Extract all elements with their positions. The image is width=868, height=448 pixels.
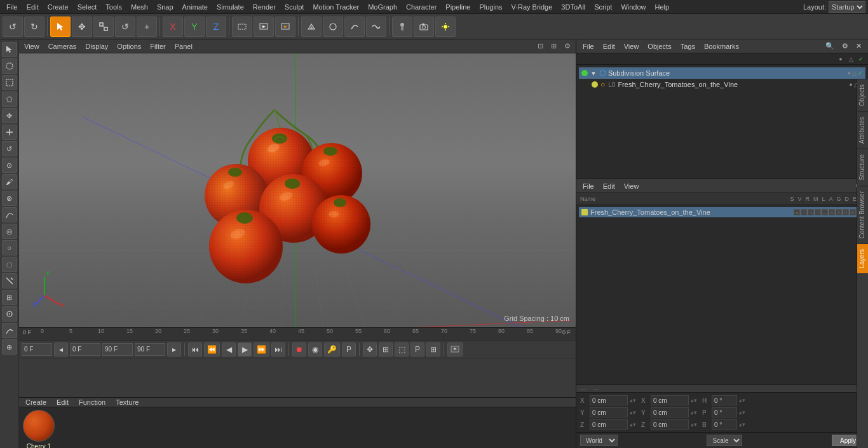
obj-vis-icon[interactable]: ● — [848, 70, 851, 76]
coord-b-input[interactable] — [712, 419, 737, 430]
menu-snap[interactable]: Snap — [153, 2, 177, 12]
viewport-options-btn[interactable]: Options — [114, 42, 144, 51]
viewport-display-btn[interactable]: Display — [83, 42, 111, 51]
coord-z-arrow[interactable]: ▴▾ — [630, 421, 636, 428]
redo-button[interactable]: ↻ — [24, 17, 44, 37]
material-texture-btn[interactable]: Texture — [113, 398, 141, 407]
menu-mesh[interactable]: Mesh — [127, 2, 152, 12]
undo-button[interactable]: ↺ — [3, 17, 23, 37]
preview-btn[interactable]: P — [342, 343, 356, 356]
coord-z2-arrow[interactable]: ▴▾ — [691, 421, 697, 428]
obj-row-subdivision[interactable]: ▼ ⬡ Subdivision Surface ● △ ✓ — [579, 67, 865, 79]
obj-settings-icon[interactable]: ⚙ — [839, 41, 851, 51]
lt-move-btn[interactable]: ✥ — [2, 108, 17, 123]
layer-v-icon[interactable]: ○ — [801, 209, 807, 215]
lt-paint-btn[interactable]: 🖌 — [2, 174, 17, 189]
lt-live-select-btn[interactable] — [2, 58, 17, 74]
step-fwd-btn[interactable]: ⏩ — [254, 343, 269, 356]
coord-h-arrow[interactable]: ▴▾ — [739, 397, 745, 404]
timeline-ruler[interactable]: 0 F 0 5 10 15 20 25 30 35 40 45 50 55 60… — [19, 328, 576, 341]
material-function-btn[interactable]: Function — [76, 398, 108, 407]
grid-tc-btn[interactable]: ⊞ — [426, 343, 440, 356]
go-end-btn[interactable]: ⏭ — [271, 343, 285, 356]
lt-spline-btn[interactable] — [2, 323, 17, 338]
menu-file[interactable]: File — [3, 2, 22, 12]
menu-motiontracker[interactable]: Motion Tracker — [309, 2, 363, 12]
world-dropdown[interactable]: World Object — [580, 435, 618, 446]
lt-measure-btn[interactable]: ⊕ — [2, 339, 17, 355]
lt-floor-btn[interactable]: ⊞ — [2, 290, 17, 305]
coord-x2-input[interactable] — [651, 395, 689, 405]
coord-x-input[interactable] — [590, 395, 628, 405]
menu-sculpt[interactable]: Sculpt — [281, 2, 308, 12]
render-region-button[interactable] — [232, 17, 252, 37]
rvt-structure[interactable]: Structure — [857, 149, 868, 186]
perspective-btn[interactable] — [301, 17, 322, 37]
play-fwd-btn[interactable]: ▶ — [238, 343, 252, 356]
record-btn[interactable]: ⏺ — [292, 343, 306, 356]
light-btn[interactable] — [435, 17, 456, 37]
layout-dropdown[interactable]: Startup — [829, 1, 865, 13]
step-back-btn[interactable]: ⏪ — [204, 343, 220, 356]
obj-file-btn[interactable]: File — [580, 42, 597, 51]
obj-tags-btn[interactable]: Tags — [678, 42, 698, 51]
go-start-btn[interactable]: ⏮ — [188, 343, 202, 356]
select-tc-btn[interactable]: ⬚ — [395, 343, 409, 356]
scale-tc-btn[interactable]: ⊞ — [379, 343, 393, 356]
arrow-right-input[interactable]: ▸ — [167, 343, 181, 356]
snap-tc-btn[interactable]: P — [410, 343, 424, 356]
deformer-btn[interactable] — [366, 17, 386, 37]
menu-render[interactable]: Render — [249, 2, 280, 12]
rvt-layers[interactable]: Layers — [857, 243, 868, 273]
layer-e-icon[interactable]: E — [850, 209, 856, 215]
viewport-content[interactable]: Y X Z Grid Spacing : 10 cm — [19, 53, 576, 327]
rvt-content-browser[interactable]: Content Browser — [857, 186, 868, 243]
material-create-btn[interactable]: Create — [23, 398, 49, 407]
coord-y-input[interactable] — [590, 407, 628, 417]
lt-loop-btn[interactable]: ◎ — [2, 224, 17, 239]
menu-pipeline[interactable]: Pipeline — [442, 2, 474, 12]
material-edit-btn[interactable]: Edit — [54, 398, 71, 407]
coord-y2-arrow[interactable]: ▴▾ — [691, 409, 697, 416]
layout-icon[interactable]: ⊞ — [548, 41, 559, 51]
nurbs-btn[interactable] — [323, 17, 343, 37]
camera-btn[interactable] — [414, 17, 434, 37]
menu-simulate[interactable]: Simulate — [213, 2, 248, 12]
keyframe-btn[interactable]: 🔑 — [324, 343, 340, 356]
move-tc-btn[interactable]: ✥ — [363, 343, 377, 356]
lt-weight-btn[interactable]: ◌ — [2, 257, 17, 272]
maximize-icon[interactable]: ⊡ — [535, 41, 546, 51]
lt-sculpt-btn[interactable] — [2, 207, 17, 222]
menu-tools[interactable]: Tools — [102, 2, 126, 12]
obj-tomato-vis-icon[interactable]: ● — [849, 81, 852, 88]
arrow-left-input[interactable]: ◂ — [54, 343, 68, 356]
menu-help[interactable]: Help — [651, 2, 674, 12]
menu-create[interactable]: Create — [44, 2, 72, 12]
obj-edit-btn[interactable]: Edit — [600, 42, 618, 51]
rotate-tool-button[interactable]: ↺ — [115, 17, 135, 37]
play-back-btn[interactable]: ◀ — [222, 343, 236, 356]
move-tool-button[interactable]: ✥ — [72, 17, 92, 37]
frame-start-input[interactable] — [22, 343, 52, 356]
layer-row-tomatoes[interactable]: Fresh_Cherry_Tomatoes_on_the_Vine ● ○ △ … — [579, 207, 865, 217]
coord-x-arrow[interactable]: ▴▾ — [630, 397, 636, 404]
render-tc-btn[interactable] — [447, 343, 463, 356]
obj-close-icon[interactable]: ✕ — [853, 41, 864, 51]
create-button[interactable]: + — [137, 17, 157, 37]
layer-l-icon[interactable]: — — [822, 209, 828, 215]
layer-d-icon[interactable]: D — [843, 209, 849, 215]
obj-search-icon[interactable]: 🔍 — [823, 41, 837, 51]
lt-select-btn[interactable] — [2, 42, 17, 57]
coord-h-input[interactable] — [712, 395, 737, 405]
lt-material-btn[interactable]: ○ — [2, 240, 17, 255]
z-axis-button[interactable]: Z — [206, 17, 226, 37]
obj-bookmarks-btn[interactable]: Bookmarks — [702, 42, 742, 51]
menu-window[interactable]: Window — [617, 2, 649, 12]
layer-file-btn[interactable]: File — [580, 182, 597, 191]
scale-tool-button[interactable] — [93, 17, 114, 37]
layer-edit-btn[interactable]: Edit — [600, 182, 618, 191]
obj-row-tomatoes[interactable]: ○ L0 Fresh_Cherry_Tomatoes_on_the_Vine ●… — [579, 79, 865, 90]
menu-select[interactable]: Select — [74, 2, 101, 12]
lt-rect-select-btn[interactable] — [2, 75, 17, 90]
viewport-panel-btn[interactable]: Panel — [172, 42, 195, 51]
